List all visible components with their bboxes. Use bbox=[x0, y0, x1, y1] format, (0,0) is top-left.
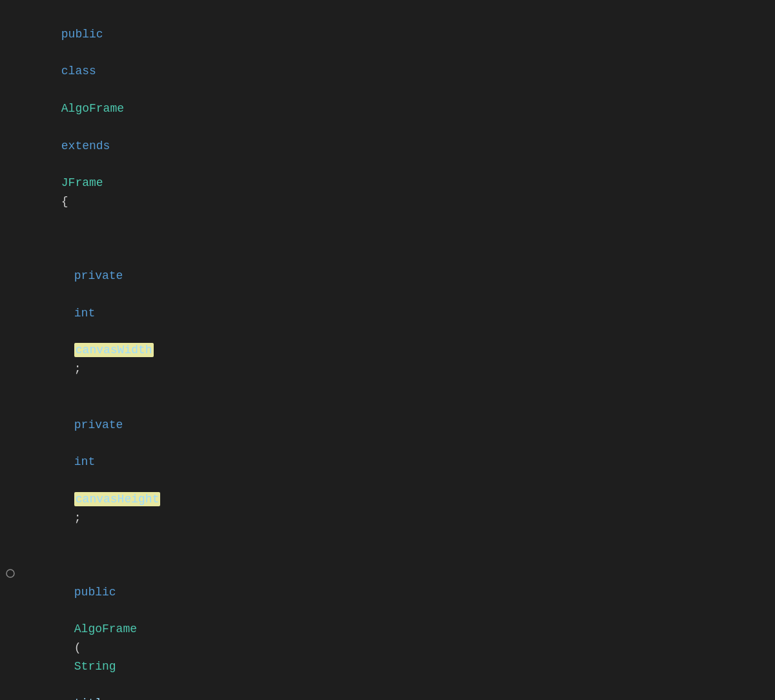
keyword-public: public bbox=[61, 28, 103, 41]
constructor-AlgoFrame-1: AlgoFrame bbox=[74, 623, 137, 635]
type-String-1: String bbox=[74, 660, 116, 673]
svg-point-0 bbox=[6, 570, 14, 577]
class-AlgoFrame: AlgoFrame bbox=[61, 102, 124, 115]
code-line-6: public AlgoFrame ( String title , int ca… bbox=[0, 564, 775, 700]
code-line-3: private int canvasWidth ; bbox=[0, 248, 775, 396]
code-line-2 bbox=[0, 230, 775, 249]
field-canvasWidth-decl: canvasWidth bbox=[74, 343, 154, 357]
keyword-public-2: public bbox=[74, 586, 116, 599]
keyword-extends: extends bbox=[61, 139, 110, 152]
field-canvasHeight-decl: canvasHeight bbox=[74, 492, 161, 506]
keyword-private-2: private bbox=[74, 418, 123, 431]
keyword-private: private bbox=[74, 269, 123, 282]
keyword-int-1: int bbox=[74, 307, 95, 320]
gutter-circle-1 bbox=[4, 567, 17, 580]
keyword-class: class bbox=[61, 65, 96, 77]
keyword-int-2: int bbox=[74, 455, 95, 468]
code-container: public class AlgoFrame extends JFrame { … bbox=[0, 0, 775, 700]
param-title-1: title bbox=[74, 697, 109, 700]
class-JFrame: JFrame bbox=[61, 176, 103, 189]
code-line-4: private int canvasHeight ; bbox=[0, 397, 775, 546]
code-line-1: public class AlgoFrame extends JFrame { bbox=[0, 6, 775, 230]
code-line-5 bbox=[0, 546, 775, 564]
